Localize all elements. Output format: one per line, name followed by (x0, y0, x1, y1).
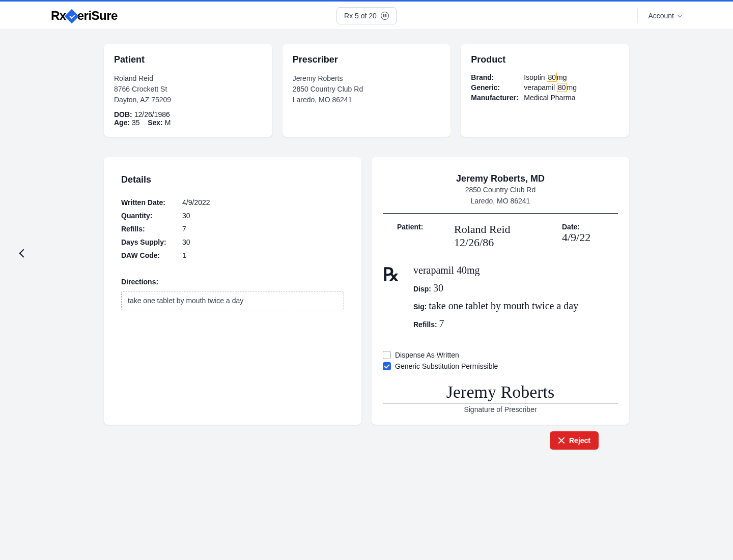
rx-date-label: Date: (562, 223, 618, 231)
rx-patient-label: Patient: (397, 223, 454, 231)
rx-patient-dob: 12/26/86 (454, 236, 562, 249)
rx-symbol-icon: ℞ (383, 266, 399, 336)
rx-drug: verapamil 40mg (413, 264, 480, 276)
generic-pre: verapamil (524, 83, 557, 92)
daw-label: Dispense As Written (395, 351, 459, 359)
signature-block: Jeremy Roberts Signature of Prescriber (383, 382, 618, 414)
directions-input[interactable]: take one tablet by mouth twice a day (121, 291, 344, 310)
details-row: DAW Code: 1 (121, 251, 344, 259)
generic-highlight: 80 (557, 83, 567, 92)
rx-refills: 7 (439, 318, 444, 329)
patient-meta: DOB: 12/26/1986 Age: 35 Sex: M (114, 110, 262, 127)
details-row: Refills: 7 (121, 225, 344, 233)
signature: Jeremy Roberts (383, 382, 618, 403)
mfr-label: Manufacturer: (471, 94, 524, 102)
patient-info: Roland Reid 8766 Crockett St Dayton, AZ … (114, 73, 262, 105)
daw-checkbox-row: Dispense As Written (383, 351, 618, 359)
prescriber-info: Jeremy Roberts 2850 Country Club Rd Lare… (293, 73, 441, 105)
prescriber-title: Prescriber (293, 54, 441, 65)
details-table: Written Date: 4/9/2022 Quantity: 30 Refi… (121, 198, 344, 259)
details-label: Quantity: (121, 212, 182, 220)
details-label: Written Date: (121, 198, 182, 207)
brand-pre: Isoptin (524, 73, 547, 81)
rx-lines: verapamil 40mg Disp: 30 Sig: take one ta… (413, 264, 618, 336)
details-value: 1 (182, 251, 186, 259)
age-value: 35 (132, 119, 140, 127)
sex-value: M (165, 119, 171, 127)
brand-post: mg (557, 73, 567, 81)
rx-counter-text: Rx 5 of 20 (344, 12, 377, 20)
brand-highlight: 80 (547, 73, 557, 82)
patient-title: Patient (114, 54, 262, 65)
prescriber-addr2: Laredo, MO 86241 (293, 95, 441, 105)
generic-label: Generic: (471, 83, 524, 92)
account-menu-button[interactable]: Account (637, 8, 682, 23)
rx-header: Jeremy Roberts, MD 2850 Country Club Rd … (383, 168, 618, 214)
generic-value: verapamil 80mg (524, 83, 577, 92)
patient-addr2: Dayton, AZ 75209 (114, 95, 262, 105)
app-logo: Rx eriSure (51, 9, 118, 23)
reject-label: Reject (569, 436, 590, 445)
logo-diamond-icon (65, 9, 79, 23)
details-card: Details Written Date: 4/9/2022 Quantity:… (104, 157, 361, 425)
rx-refills-label: Refills: (413, 320, 437, 329)
substitution-label: Generic Substitution Permissible (395, 362, 498, 370)
product-title: Product (471, 54, 619, 65)
details-row: Days Supply: 30 (121, 238, 344, 246)
generic-post: mg (567, 83, 577, 92)
prescription-card: Jeremy Roberts, MD 2850 Country Club Rd … (372, 157, 629, 425)
rx-disp: 30 (433, 282, 443, 293)
header-bar: Rx eriSure Rx 5 of 20 Account (0, 2, 733, 30)
details-label: Days Supply: (121, 238, 182, 246)
details-value: 4/9/2022 (182, 198, 210, 207)
details-value: 30 (182, 212, 190, 220)
dob-label: DOB: (114, 110, 132, 119)
chevron-down-icon (677, 13, 682, 18)
pause-icon (381, 12, 389, 20)
reject-button[interactable]: Reject (550, 431, 599, 450)
info-cards-row: Patient Roland Reid 8766 Crockett St Day… (104, 44, 629, 137)
signature-label: Signature of Prescriber (383, 405, 618, 414)
prescriber-card: Prescriber Jeremy Roberts 2850 Country C… (283, 44, 451, 137)
product-card: Product Brand: Isoptin 80mg Generic: ver… (461, 44, 629, 137)
logo-rx: Rx (51, 9, 66, 23)
substitution-checkbox-row: Generic Substitution Permissible (383, 362, 618, 370)
rx-sig-label: Sig: (413, 303, 427, 311)
sex-label: Sex: (148, 119, 163, 127)
product-table: Brand: Isoptin 80mg Generic: verapamil 8… (471, 73, 619, 102)
patient-addr1: 8766 Crockett St (114, 84, 262, 95)
details-label: DAW Code: (121, 251, 182, 259)
directions-label: Directions: (121, 278, 344, 286)
rx-counter-button[interactable]: Rx 5 of 20 (336, 7, 397, 24)
rx-top-row: Patient: Roland Reid 12/26/86 Date: 4/9/… (383, 223, 618, 249)
main-container: Patient Roland Reid 8766 Crockett St Day… (104, 30, 629, 425)
details-value: 7 (182, 225, 186, 233)
rx-prescriber-addr1: 2850 Country Club Rd (383, 185, 618, 195)
rx-body: ℞ verapamil 40mg Disp: 30 Sig: take one … (383, 264, 618, 336)
dob-value: 12/26/1986 (134, 110, 170, 119)
daw-checkbox[interactable] (383, 351, 391, 359)
details-title: Details (121, 174, 344, 185)
account-label: Account (648, 12, 674, 20)
rx-sig: take one tablet by mouth twice a day (429, 300, 578, 311)
rx-date: 4/9/22 (562, 231, 618, 244)
patient-name: Roland Reid (114, 73, 262, 84)
rx-prescriber-addr2: Laredo, MO 86241 (383, 196, 618, 207)
details-row: Written Date: 4/9/2022 (121, 198, 344, 207)
substitution-checkbox[interactable] (383, 362, 391, 370)
rx-disp-label: Disp: (413, 285, 431, 293)
details-row: Quantity: 30 (121, 212, 344, 220)
prescriber-addr1: 2850 Country Club Rd (293, 84, 441, 95)
previous-rx-button[interactable] (17, 248, 27, 258)
brand-label: Brand: (471, 73, 524, 81)
rx-prescriber-name: Jeremy Roberts, MD (383, 173, 618, 184)
rx-patient-name: Roland Reid (454, 223, 562, 236)
age-label: Age: (114, 119, 130, 127)
prescriber-name: Jeremy Roberts (293, 73, 441, 84)
details-value: 30 (182, 238, 190, 246)
brand-value: Isoptin 80mg (524, 73, 567, 81)
lower-row: Details Written Date: 4/9/2022 Quantity:… (104, 157, 629, 425)
patient-card: Patient Roland Reid 8766 Crockett St Day… (104, 44, 272, 137)
logo-suffix: eriSure (77, 9, 118, 23)
details-label: Refills: (121, 225, 182, 233)
